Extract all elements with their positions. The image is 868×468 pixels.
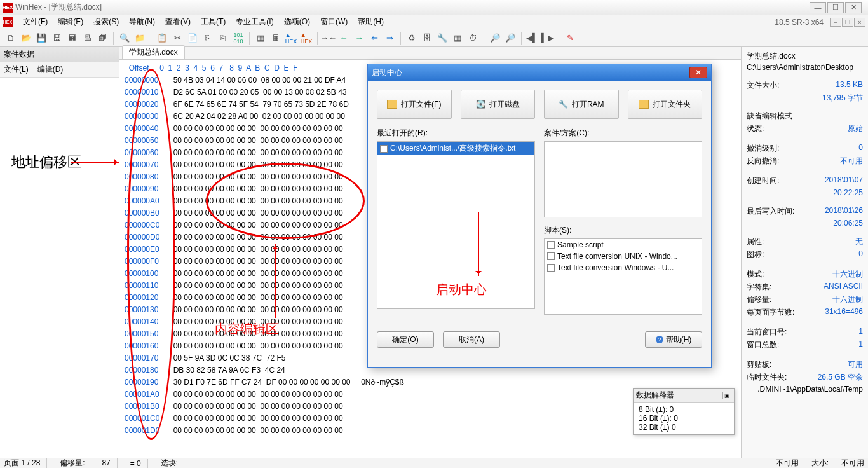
paste-icon[interactable]: 📄	[186, 31, 200, 45]
new-icon[interactable]: 🗋	[4, 31, 18, 45]
save-icon[interactable]: 🖫	[50, 31, 64, 45]
file-tab[interactable]: 学期总结.docx	[122, 45, 185, 59]
findhex-icon[interactable]: 🔎	[503, 31, 517, 45]
case-icon[interactable]: 📁	[133, 31, 147, 45]
disk-icon: 💽	[476, 100, 485, 109]
data-interpreter-close[interactable]: ▣	[722, 392, 731, 399]
hex-icon[interactable]: ▲HEX	[284, 31, 298, 45]
close-button[interactable]: ✕	[845, 2, 862, 13]
script-item[interactable]: Text file conversion Windows - U...	[545, 262, 702, 273]
mdi-restore-button[interactable]: ❐	[842, 18, 853, 27]
menu-view[interactable]: 查看(V)	[160, 15, 196, 29]
menu-protools[interactable]: 专业工具(I)	[231, 15, 278, 29]
script-label: 脚本(S):	[544, 225, 702, 236]
status-page: 页面 1 / 28	[4, 458, 47, 468]
hex2-icon[interactable]: ▲HEX	[299, 31, 313, 45]
ram-icon: 🔧	[559, 100, 568, 109]
disk-icon[interactable]: 💾	[34, 31, 48, 45]
folder-icon	[639, 100, 649, 109]
menubar: HEX 文件(F) 编辑(E) 搜索(S) 导航(N) 查看(V) 工具(T) …	[0, 15, 868, 29]
menu-nav[interactable]: 导航(N)	[124, 15, 160, 29]
dialog-close-button[interactable]: ✕	[689, 67, 707, 78]
menu-file[interactable]: 文件(F)	[18, 15, 53, 29]
sidebar-menu-file[interactable]: 文件(L)	[3, 64, 30, 76]
recent-item[interactable]: C:\Users\Administ...\高级搜索指令.txt	[377, 142, 534, 155]
saveall-icon[interactable]: 🖬	[65, 31, 79, 45]
case-label: 案件/方案(C):	[544, 128, 702, 139]
menu-search[interactable]: 搜索(S)	[88, 15, 124, 29]
data-interpreter-panel[interactable]: 数据解释器▣ 8 Bit (±): 0 16 Bit (±): 0 32 Bit…	[633, 388, 735, 435]
goto-icon[interactable]: →←	[322, 31, 336, 45]
mdi-minimize-button[interactable]: –	[830, 18, 841, 27]
data-interpreter-title: 数据解释器	[636, 390, 674, 401]
maximize-button[interactable]: ☐	[827, 2, 844, 13]
statusbar: 页面 1 / 28 偏移量: 87 = 0 选块: 不可用 大小: 不可用	[0, 458, 868, 468]
sidebar: 案件数据 文件(L) 编辑(D)	[0, 47, 119, 458]
print-icon[interactable]: 🖶	[80, 31, 94, 45]
help-button[interactable]: ?帮助(H)	[645, 331, 702, 348]
analyze-icon[interactable]: 🔍	[118, 31, 132, 45]
recent-label: 最近打开的(R):	[377, 128, 535, 139]
next-icon[interactable]: ▍▶	[541, 31, 555, 45]
recover-icon[interactable]: ♻	[405, 31, 419, 45]
file-icon	[547, 252, 555, 260]
app-icon-small: HEX	[3, 17, 13, 27]
fwd-icon[interactable]: →	[352, 31, 366, 45]
menu-tools[interactable]: 工具(T)	[196, 15, 231, 29]
script-item[interactable]: Text file conversion UNIX - Windo...	[545, 251, 702, 262]
fwd2-icon[interactable]: ⇒	[383, 31, 397, 45]
cancel-button[interactable]: 取消(A)	[443, 331, 500, 348]
minimize-button[interactable]: —	[810, 2, 826, 13]
calc-icon[interactable]: 🖩	[269, 31, 283, 45]
help-icon: ?	[656, 336, 663, 343]
folder-icon	[387, 100, 397, 109]
back-icon[interactable]: ←	[337, 31, 351, 45]
ok-button[interactable]: 确定(O)	[377, 331, 434, 348]
properties-pane: 学期总结.docx C:\Users\Administrator\Desktop…	[741, 47, 868, 458]
sidebar-header: 案件数据	[0, 47, 119, 62]
file-icon	[547, 264, 555, 272]
prop-path: C:\Users\Administrator\Desktop	[747, 63, 863, 72]
ram-icon[interactable]: ▦	[254, 31, 268, 45]
hex101-icon[interactable]: 101010	[231, 31, 245, 45]
properties-icon[interactable]: 🗊	[95, 31, 109, 45]
find-icon[interactable]: 🔎	[488, 31, 502, 45]
menu-edit[interactable]: 编辑(E)	[53, 15, 88, 29]
titlebar: HEX WinHex - [学期总结.docx] — ☐ ✕	[0, 0, 868, 15]
mdi-close-button[interactable]: ×	[854, 18, 865, 27]
file-icon	[380, 145, 388, 153]
pastehex-icon[interactable]: ⎗	[216, 31, 230, 45]
file-icon	[547, 241, 555, 249]
script-list[interactable]: Sample script Text file conversion UNIX …	[544, 238, 702, 315]
stopwatch-icon[interactable]: ⏱	[466, 31, 480, 45]
sidebar-menu-edit[interactable]: 编辑(D)	[36, 64, 65, 76]
copy-icon[interactable]: 📋	[155, 31, 169, 45]
back2-icon[interactable]: ⇐	[367, 31, 381, 45]
prop-filename: 学期总结.docx	[747, 51, 863, 62]
app-icon: HEX	[3, 3, 13, 13]
startup-center-dialog: 启动中心 ✕ 打开文件(F) 💽打开磁盘 🔧打开RAM 打开文件夹 最近打开的(…	[367, 64, 712, 368]
recent-list[interactable]: C:\Users\Administ...\高级搜索指令.txt	[377, 141, 535, 309]
open-folder-button[interactable]: 打开文件夹	[628, 90, 703, 119]
case-list[interactable]	[544, 141, 702, 217]
script-item[interactable]: Sample script	[545, 239, 702, 251]
version-label: 18.5 SR-3 x64	[775, 18, 826, 27]
marker-icon[interactable]: ✎	[563, 31, 577, 45]
menu-window[interactable]: 窗口(W)	[315, 15, 353, 29]
toolbar: 🗋 📂 💾 🖫 🖬 🖶 🗊 🔍 📁 📋 ✂ 📄 ⎘ ⎗ 101010 ▦ 🖩 ▲…	[0, 29, 868, 47]
tool-icon[interactable]: 🔧	[435, 31, 449, 45]
open-disk-button[interactable]: 💽打开磁盘	[461, 90, 536, 119]
copyhex-icon[interactable]: ⎘	[201, 31, 215, 45]
raid-icon[interactable]: 🗄	[420, 31, 434, 45]
dialog-title: 启动中心	[372, 67, 689, 78]
open-ram-button[interactable]: 🔧打开RAM	[544, 90, 619, 119]
sidebar-body	[0, 78, 119, 458]
cut-icon[interactable]: ✂	[170, 31, 184, 45]
grid-icon[interactable]: ▦	[451, 31, 465, 45]
window-title: WinHex - [学期总结.docx]	[15, 2, 810, 13]
open-icon[interactable]: 📂	[19, 31, 33, 45]
menu-help[interactable]: 帮助(H)	[353, 15, 389, 29]
menu-options[interactable]: 选项(O)	[279, 15, 315, 29]
prev-icon[interactable]: ◀▍	[526, 31, 539, 45]
open-file-button[interactable]: 打开文件(F)	[377, 90, 452, 119]
